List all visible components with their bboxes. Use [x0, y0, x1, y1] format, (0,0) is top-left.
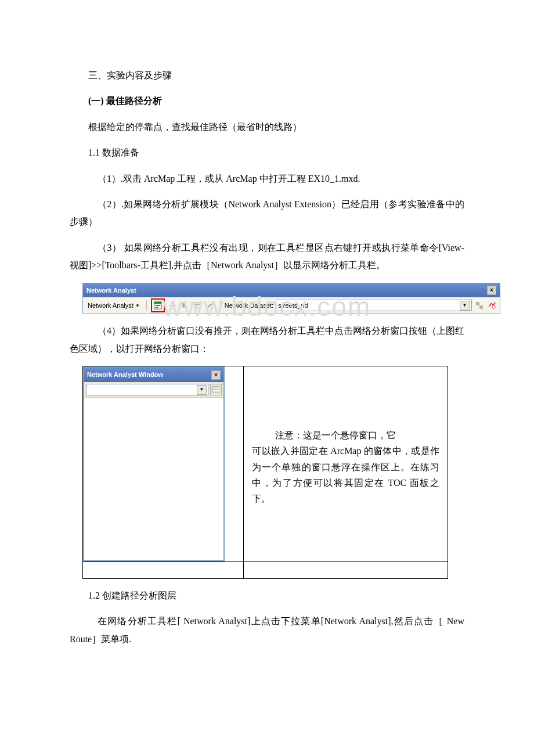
separator — [146, 300, 147, 311]
heading-1-1: 1.1 数据准备 — [70, 144, 464, 161]
network-analyst-window: Network Analyst Window × ▼ — [83, 366, 225, 561]
separator — [220, 300, 221, 311]
network-analyst-toolbar: Network Analyst × Network Analyst ▼ — [82, 283, 500, 315]
naw-layer-select[interactable]: ▼ — [86, 384, 208, 395]
svg-line-14 — [479, 305, 480, 307]
naw-properties-button[interactable] — [210, 384, 222, 395]
figure-note: 注意：这是一个悬停窗口，它 可以嵌入并固定在 ArcMap 的窗体中，或是作为一… — [244, 366, 448, 512]
step-2: （2）.如果网络分析扩展模块（Network Analyst Extension… — [70, 196, 464, 231]
close-icon[interactable]: × — [211, 370, 221, 380]
svg-point-15 — [492, 305, 495, 308]
subsection-heading: (一) 最佳路径分析 — [70, 92, 464, 110]
figure-left-footer — [83, 562, 244, 579]
heading-1-2: 1.2 创建路径分析图层 — [70, 587, 464, 604]
chevron-down-icon: ▼ — [135, 301, 140, 310]
svg-rect-3 — [155, 307, 158, 308]
document-page: 三、实验内容及步骤 (一) 最佳路径分析 根据给定的停靠点，查找最佳路径（最省时… — [0, 0, 534, 756]
svg-rect-9 — [195, 303, 201, 308]
toolbar-title-text: Network Analyst — [86, 285, 136, 297]
figure-left-cell: Network Analyst Window × ▼ — [83, 366, 244, 562]
step-4: （4）如果网络分析窗口没有推开，则在网络分析工具栏中点击网络分析窗口按钮（上图红… — [70, 322, 464, 358]
network-analyst-menu[interactable]: Network Analyst ▼ — [85, 300, 142, 311]
naw-title-text: Network Analyst Window — [87, 369, 163, 381]
section-heading: 三、实验内容及步骤 — [70, 67, 464, 84]
build-network-icon[interactable] — [474, 300, 485, 311]
dataset-label: Network Dataset: — [225, 300, 273, 312]
figure-two-panel: Network Analyst Window × ▼ — [82, 366, 448, 579]
create-network-location-icon[interactable] — [167, 300, 178, 311]
menu-label: Network Analyst — [88, 300, 134, 312]
toolbar-row: Network Analyst ▼ Network Data — [83, 297, 500, 314]
figure-right-footer — [244, 562, 448, 579]
naw-title-bar[interactable]: Network Analyst Window × — [84, 368, 223, 382]
naw-body — [84, 397, 223, 560]
directions-icon[interactable] — [205, 300, 216, 311]
show-window-button-highlight — [151, 298, 165, 312]
step-3: （3） 如果网络分析工具栏没有出现，则在工具栏显区点右键打开或执行菜单命令[Vi… — [70, 239, 464, 275]
note-line-rest: 可以嵌入并固定在 ArcMap 的窗体中，或是作为一个单独的窗口悬浮在操作区上。… — [252, 443, 439, 506]
figure-right-cell: 注意：这是一个悬停窗口，它 可以嵌入并固定在 ArcMap 的窗体中，或是作为一… — [244, 366, 448, 562]
chevron-down-icon: ▼ — [460, 301, 470, 311]
naw-toolbar: ▼ — [84, 382, 223, 397]
svg-point-4 — [171, 304, 174, 307]
svg-rect-2 — [155, 305, 160, 307]
solve-icon[interactable] — [193, 300, 203, 311]
dataset-select[interactable]: streets_nd ▼ — [276, 300, 472, 311]
svg-rect-13 — [480, 306, 482, 308]
chevron-down-icon: ▼ — [197, 385, 207, 395]
paragraph-1-2: 在网络分析工具栏[ Network Analyst]上点击下拉菜单[Networ… — [70, 613, 464, 648]
intro-paragraph: 根据给定的停靠点，查找最佳路径（最省时的线路） — [70, 118, 464, 136]
svg-rect-12 — [477, 303, 479, 305]
step-1: （1）.双击 ArcMap 工程，或从 ArcMap 中打开工程 EX10_1.… — [70, 170, 464, 188]
network-analyst-window-icon[interactable] — [153, 300, 163, 311]
svg-rect-1 — [154, 302, 161, 304]
toolbar-title-bar[interactable]: Network Analyst × — [83, 283, 500, 298]
select-move-icon[interactable] — [180, 300, 190, 311]
close-icon[interactable]: × — [487, 286, 496, 295]
identify-network-icon[interactable] — [487, 300, 497, 311]
dataset-value: streets_nd — [278, 300, 308, 312]
note-line-first: 注意：这是一个悬停窗口，它 — [252, 427, 439, 443]
